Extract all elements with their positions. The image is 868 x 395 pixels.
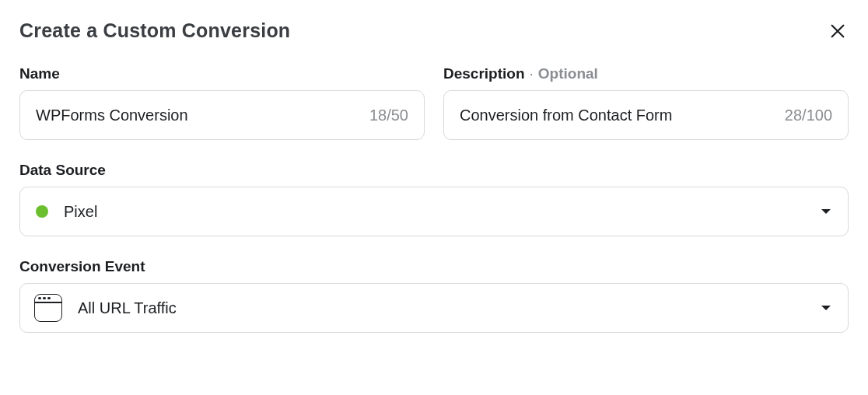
description-input-wrap[interactable]: 28/100 xyxy=(443,90,849,140)
description-counter: 28/100 xyxy=(785,107,832,124)
conversion-event-select[interactable]: All URL Traffic xyxy=(19,283,849,333)
browser-window-icon xyxy=(34,294,62,322)
description-optional: Optional xyxy=(538,65,598,82)
description-label: Description · Optional xyxy=(443,65,849,82)
data-source-field: Data Source Pixel xyxy=(19,162,849,236)
conversion-event-label: Conversion Event xyxy=(19,258,849,275)
description-label-text: Description xyxy=(443,65,525,82)
close-icon xyxy=(829,23,846,40)
name-label: Name xyxy=(19,65,425,82)
dialog-header: Create a Custom Conversion xyxy=(19,19,849,42)
description-field: Description · Optional 28/100 xyxy=(443,65,849,140)
data-source-value: Pixel xyxy=(64,203,97,221)
name-input-wrap[interactable]: 18/50 xyxy=(19,90,425,140)
dialog-title: Create a Custom Conversion xyxy=(19,19,290,42)
description-separator: · xyxy=(530,65,534,82)
close-button[interactable] xyxy=(827,20,849,42)
caret-down-icon xyxy=(820,304,832,312)
create-custom-conversion-dialog: Create a Custom Conversion Name 18/50 De… xyxy=(0,0,868,352)
conversion-event-field: Conversion Event All URL Traffic xyxy=(19,258,849,333)
data-source-label: Data Source xyxy=(19,162,849,179)
conversion-event-value: All URL Traffic xyxy=(78,299,177,317)
data-source-select[interactable]: Pixel xyxy=(19,187,849,236)
name-counter: 18/50 xyxy=(369,107,408,124)
description-input[interactable] xyxy=(460,107,772,124)
caret-down-icon xyxy=(820,208,832,215)
name-input[interactable] xyxy=(36,107,357,124)
name-description-row: Name 18/50 Description · Optional 28/100 xyxy=(19,65,849,140)
name-field: Name 18/50 xyxy=(19,65,425,140)
status-dot-icon xyxy=(36,205,48,218)
